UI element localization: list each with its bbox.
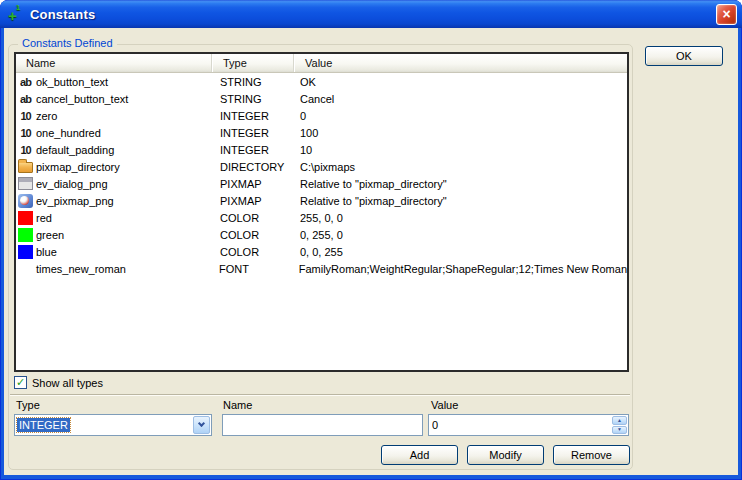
table-row[interactable]: ev_pixmap_pngPIXMAPRelative to "pixmap_d… xyxy=(16,192,627,209)
color-swatch xyxy=(18,228,33,242)
constant-name: cancel_button_text xyxy=(36,93,128,105)
close-button[interactable]: × xyxy=(716,4,737,25)
string-icon: ab xyxy=(18,75,33,89)
dialog-client-area: OK Constants Defined Name Type Value abo… xyxy=(4,28,738,475)
integer-icon: 10 xyxy=(18,109,33,123)
pixmap-icon xyxy=(18,194,33,208)
title-bar[interactable]: +1 Constants × xyxy=(0,0,742,28)
constant-value: 255, 0, 0 xyxy=(293,212,627,224)
name-input[interactable] xyxy=(222,414,423,436)
groupbox-label: Constants Defined xyxy=(18,37,117,49)
constant-type: STRING xyxy=(211,93,293,105)
constant-value: Relative to "pixmap_directory" xyxy=(293,195,627,207)
constant-type: COLOR xyxy=(211,246,293,258)
value-input[interactable] xyxy=(429,415,611,435)
cell-name: 10zero xyxy=(16,109,211,123)
spin-down-button[interactable]: ▼ xyxy=(612,426,627,435)
cell-name: abcancel_button_text xyxy=(16,92,211,106)
table-row[interactable]: 10zeroINTEGER0 xyxy=(16,107,627,124)
show-all-types-checkbox[interactable]: ✓ xyxy=(14,376,27,389)
table-row[interactable]: 10default_paddingINTEGER10 xyxy=(16,141,627,158)
type-label: Type xyxy=(16,399,40,411)
constant-type: STRING xyxy=(211,76,293,88)
arrow-up-icon: ▲ xyxy=(617,418,622,423)
value-spinbox: ▲ ▼ xyxy=(428,414,629,436)
table-row[interactable]: ev_dialog_pngPIXMAPRelative to "pixmap_d… xyxy=(16,175,627,192)
cell-name: times_new_roman xyxy=(16,262,210,276)
cell-name: abok_button_text xyxy=(16,75,211,89)
constant-type: INTEGER xyxy=(211,144,293,156)
check-icon: ✓ xyxy=(16,377,25,388)
column-header-value[interactable]: Value xyxy=(293,54,627,72)
cell-name: green xyxy=(16,228,211,242)
cell-name: 10default_padding xyxy=(16,143,211,157)
spin-up-button[interactable]: ▲ xyxy=(612,416,627,425)
add-button[interactable]: Add xyxy=(381,445,458,465)
show-all-types-label[interactable]: Show all types xyxy=(32,377,103,389)
show-all-types-row: ✓ Show all types xyxy=(14,376,103,389)
table-row[interactable]: pixmap_directoryDIRECTORYC:\pixmaps xyxy=(16,158,627,175)
remove-button[interactable]: Remove xyxy=(553,445,630,465)
table-row[interactable]: times_new_romanFONTFamilyRoman;WeightReg… xyxy=(16,260,627,277)
color-swatch xyxy=(18,245,33,259)
type-combobox-selected: INTEGER xyxy=(17,418,70,432)
constant-name: zero xyxy=(36,110,57,122)
table-row[interactable]: abcancel_button_textSTRINGCancel xyxy=(16,90,627,107)
cell-name: blue xyxy=(16,245,211,259)
constant-name: default_padding xyxy=(36,144,114,156)
constant-type: PIXMAP xyxy=(211,178,293,190)
arrow-down-icon: ▼ xyxy=(617,427,622,432)
constant-name: one_hundred xyxy=(36,127,101,139)
cell-name: ev_dialog_png xyxy=(16,177,211,190)
constant-value: Relative to "pixmap_directory" xyxy=(293,178,627,190)
type-combobox[interactable]: INTEGER xyxy=(14,414,212,436)
constant-type: DIRECTORY xyxy=(211,161,293,173)
value-label: Value xyxy=(431,399,458,411)
table-body: abok_button_textSTRINGOKabcancel_button_… xyxy=(16,73,627,277)
constant-name: ev_pixmap_png xyxy=(36,195,114,207)
none xyxy=(18,262,33,276)
constant-value: 0 xyxy=(293,110,627,122)
table-row[interactable]: greenCOLOR0, 255, 0 xyxy=(16,226,627,243)
modify-button[interactable]: Modify xyxy=(467,445,544,465)
table-header: Name Type Value xyxy=(16,54,627,73)
constant-name: pixmap_directory xyxy=(36,161,120,173)
table-row[interactable]: blueCOLOR0, 0, 255 xyxy=(16,243,627,260)
constants-table: Name Type Value abok_button_textSTRINGOK… xyxy=(14,52,629,372)
constant-value: 10 xyxy=(293,144,627,156)
name-label: Name xyxy=(223,399,252,411)
window-title: Constants xyxy=(30,7,95,22)
color-swatch xyxy=(18,211,33,225)
cell-name: red xyxy=(16,211,211,225)
column-header-name[interactable]: Name xyxy=(16,54,211,72)
constant-type: FONT xyxy=(210,263,292,275)
constant-value: 100 xyxy=(293,127,627,139)
constant-name: blue xyxy=(36,246,57,258)
app-plus-one-icon: +1 xyxy=(8,6,26,22)
integer-icon: 10 xyxy=(18,143,33,157)
close-icon: × xyxy=(722,6,730,22)
table-row[interactable]: 10one_hundredINTEGER100 xyxy=(16,124,627,141)
chevron-down-icon xyxy=(198,420,205,427)
table-row[interactable]: redCOLOR255, 0, 0 xyxy=(16,209,627,226)
spin-buttons: ▲ ▼ xyxy=(612,416,627,434)
constant-value: 0, 255, 0 xyxy=(293,229,627,241)
constant-name: ev_dialog_png xyxy=(36,178,108,190)
constant-value: OK xyxy=(293,76,627,88)
cell-name: pixmap_directory xyxy=(16,160,211,173)
constant-type: INTEGER xyxy=(211,127,293,139)
constant-type: INTEGER xyxy=(211,110,293,122)
constant-name: green xyxy=(36,229,64,241)
constants-dialog-window: +1 Constants × OK Constants Defined Name… xyxy=(0,0,742,480)
type-combobox-dropdown-button[interactable] xyxy=(193,416,210,434)
constant-value: FamilyRoman;WeightRegular;ShapeRegular;1… xyxy=(292,263,627,275)
cell-name: 10one_hundred xyxy=(16,126,211,140)
cell-name: ev_pixmap_png xyxy=(16,194,211,208)
column-header-type[interactable]: Type xyxy=(211,54,293,72)
constant-value: 0, 0, 255 xyxy=(293,246,627,258)
constant-value: Cancel xyxy=(293,93,627,105)
table-row[interactable]: abok_button_textSTRINGOK xyxy=(16,73,627,90)
constant-type: COLOR xyxy=(211,229,293,241)
constant-value: C:\pixmaps xyxy=(293,161,627,173)
ok-button[interactable]: OK xyxy=(645,46,723,66)
